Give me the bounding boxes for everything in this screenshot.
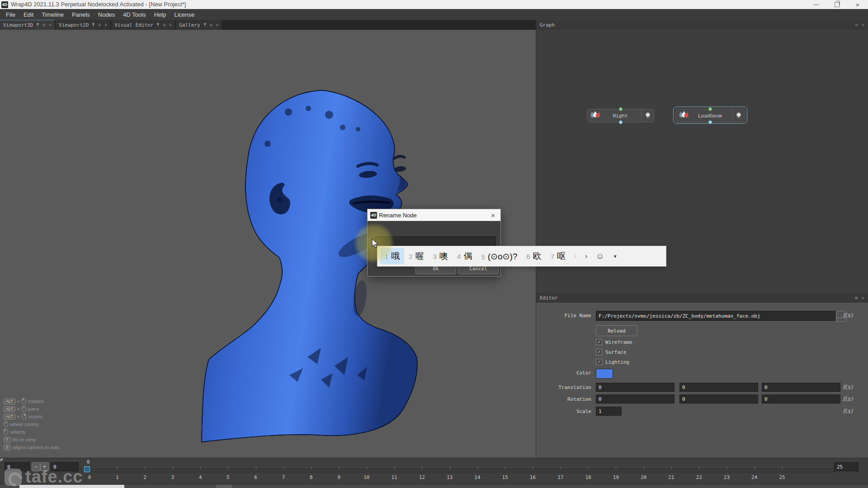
node-hight[interactable]: Hight bbox=[587, 109, 654, 122]
tab-close-icon[interactable]: × bbox=[49, 23, 52, 28]
ime-candidate-5[interactable]: 5(⊙o⊙)? bbox=[476, 249, 522, 264]
rotation-z-input[interactable] bbox=[762, 394, 840, 404]
ime-candidate-2[interactable]: 2喔 bbox=[404, 248, 428, 264]
tab-label: Gallery bbox=[179, 22, 200, 28]
timeline-range-end-input[interactable] bbox=[834, 462, 859, 471]
panel-menu-icon[interactable]: ≡ bbox=[855, 295, 858, 301]
menu-timeline[interactable]: Timeline bbox=[38, 9, 68, 20]
tick-mark-17 bbox=[561, 467, 561, 469]
panel-close-icon[interactable]: × bbox=[861, 295, 864, 301]
tick-mark-1 bbox=[117, 467, 118, 469]
ime-candidate-7[interactable]: 7呕 bbox=[546, 248, 570, 264]
rotation-expression-button[interactable]: f(x) bbox=[843, 395, 853, 402]
ime-prev-page-button[interactable]: ‹ bbox=[570, 252, 581, 261]
help-row-rotates: ALT+rotates bbox=[4, 398, 59, 404]
minimize-button[interactable]: — bbox=[806, 0, 826, 9]
tick-label-7: 7 bbox=[282, 474, 285, 480]
tick-mark-8 bbox=[311, 467, 311, 469]
ime-candidate-4[interactable]: 4偶 bbox=[453, 248, 476, 264]
timeline-scrollbar[interactable] bbox=[0, 484, 868, 488]
file-expression-button[interactable]: f(x) bbox=[843, 312, 853, 319]
tab-viewport2d[interactable]: Viewport2D≡× bbox=[56, 20, 110, 30]
menu-4d-tools[interactable]: 4D Tools bbox=[119, 9, 150, 20]
help-row-fits-to-view: Ffits to view bbox=[4, 436, 59, 443]
lightbulb-icon bbox=[645, 112, 651, 119]
panel-menu-icon[interactable]: ≡ bbox=[855, 22, 858, 28]
checkbox-lighting[interactable]: ✓ bbox=[596, 359, 602, 365]
tick-label-21: 21 bbox=[668, 474, 674, 480]
restore-icon bbox=[835, 2, 840, 7]
tab-menu-icon[interactable]: ≡ bbox=[163, 23, 165, 28]
scale-expression-button[interactable]: f(x) bbox=[843, 408, 853, 414]
tab-menu-icon[interactable]: ≡ bbox=[98, 23, 101, 28]
menu-nodes[interactable]: Nodes bbox=[94, 9, 119, 20]
node-loadgeom[interactable]: LoadGeom bbox=[675, 109, 745, 122]
tick-label-25: 25 bbox=[779, 474, 785, 480]
translation-expression-button[interactable]: f(x) bbox=[843, 384, 853, 390]
tab-viewport3d[interactable]: Viewport3D≡× bbox=[0, 20, 55, 30]
tick-label-2: 2 bbox=[143, 474, 146, 480]
node-visibility-toggle[interactable] bbox=[732, 109, 745, 122]
menu-bar: FileEditTimelinePanelsNodes4D ToolsHelpL… bbox=[0, 9, 868, 20]
tick-mark-21 bbox=[671, 467, 672, 469]
tab-close-icon[interactable]: × bbox=[216, 23, 218, 28]
restore-button[interactable] bbox=[826, 0, 847, 9]
close-button[interactable]: × bbox=[847, 0, 868, 9]
checkbox-label: Lighting bbox=[605, 359, 629, 365]
tab-visual-editor[interactable]: Visual Editor≡× bbox=[111, 20, 175, 30]
menu-help[interactable]: Help bbox=[150, 9, 170, 20]
rotation-x-input[interactable] bbox=[596, 394, 675, 404]
node-output-connector[interactable] bbox=[618, 120, 623, 124]
checkbox-wireframe[interactable]: ✓ bbox=[596, 339, 602, 345]
tab-menu-icon[interactable]: ≡ bbox=[210, 23, 212, 28]
viewport-shortcut-help: ALT+rotatesALT+pansALT+zoomswheel zoomss… bbox=[4, 398, 59, 450]
ime-emoji-button[interactable]: ☺ bbox=[591, 251, 608, 261]
file-name-label: File Name bbox=[536, 313, 591, 319]
ime-dropdown-button[interactable]: ▼ bbox=[609, 254, 622, 259]
checkbox-surface[interactable]: ✓ bbox=[596, 349, 602, 355]
timeline-ruler[interactable] bbox=[72, 469, 835, 472]
pin-icon[interactable] bbox=[36, 23, 39, 28]
checkbox-label: Surface bbox=[605, 349, 626, 355]
reload-button[interactable]: Reload bbox=[596, 325, 637, 336]
node-input-connector[interactable] bbox=[708, 107, 712, 111]
scale-input[interactable] bbox=[596, 407, 622, 416]
tick-mark-13 bbox=[450, 467, 450, 469]
ime-next-page-button[interactable]: › bbox=[581, 252, 592, 261]
dialog-close-icon[interactable]: × bbox=[488, 211, 498, 219]
pin-icon[interactable] bbox=[203, 23, 207, 28]
window-title: Wrap4D 2021.11.3 Perpetual Nodelocked Ac… bbox=[11, 1, 186, 8]
scrollbar-segment bbox=[216, 485, 232, 488]
ime-candidate-3[interactable]: 3噢 bbox=[429, 248, 453, 264]
tick-label-9: 9 bbox=[337, 474, 340, 480]
translation-x-input[interactable] bbox=[596, 383, 675, 392]
dialog-title: Rename Node bbox=[379, 212, 417, 219]
help-label: wheel zooms bbox=[10, 422, 39, 427]
pin-icon[interactable] bbox=[156, 23, 160, 28]
timeline-playhead[interactable] bbox=[84, 466, 90, 472]
menu-license[interactable]: License bbox=[170, 9, 198, 20]
translation-y-input[interactable] bbox=[679, 383, 758, 392]
ime-candidate-6[interactable]: 6欧 bbox=[522, 248, 546, 264]
panel-close-icon[interactable]: × bbox=[862, 22, 864, 28]
node-output-connector[interactable] bbox=[708, 120, 712, 124]
menu-file[interactable]: File bbox=[2, 9, 19, 20]
menu-panels[interactable]: Panels bbox=[68, 9, 94, 20]
tick-label-4: 4 bbox=[199, 474, 202, 480]
menu-edit[interactable]: Edit bbox=[19, 9, 38, 20]
rotation-y-input[interactable] bbox=[679, 394, 758, 404]
color-label: Color bbox=[536, 370, 591, 376]
resize-grip[interactable] bbox=[0, 459, 4, 462]
node-visibility-toggle[interactable] bbox=[642, 109, 654, 122]
help-row-aligns-camera-to-axis: Saligns camera to axis bbox=[4, 444, 59, 450]
tab-menu-icon[interactable]: ≡ bbox=[42, 23, 45, 28]
tab-close-icon[interactable]: × bbox=[169, 23, 172, 28]
tab-gallery[interactable]: Gallery≡× bbox=[176, 20, 222, 30]
node-input-connector[interactable] bbox=[618, 107, 623, 111]
file-name-input[interactable] bbox=[596, 311, 835, 321]
tick-mark-4 bbox=[200, 467, 201, 469]
editor-color-swatch[interactable] bbox=[596, 369, 613, 379]
pin-icon[interactable] bbox=[92, 23, 95, 28]
tab-close-icon[interactable]: × bbox=[104, 23, 107, 28]
translation-z-input[interactable] bbox=[762, 383, 840, 392]
